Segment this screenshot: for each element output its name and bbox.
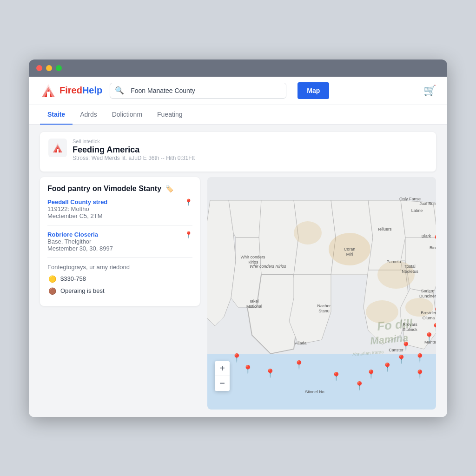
svg-text:Coran: Coran	[344, 247, 356, 251]
svg-text:Telluers: Telluers	[377, 227, 392, 231]
cart-icon[interactable]: 🛒	[423, 85, 436, 97]
svg-text:Latine: Latine	[411, 208, 423, 213]
svg-text:📍: 📍	[424, 332, 435, 342]
tab-adrds[interactable]: Adrds	[73, 105, 105, 125]
svg-text:📍: 📍	[382, 362, 393, 372]
logo[interactable]: FiredHelp	[40, 82, 102, 99]
org-info: Sell interlick Feeding America Stross: W…	[73, 139, 195, 161]
search-input[interactable]	[129, 83, 286, 98]
left-panel: Food pantry on Vimodele Stanty 🏷️ 📍 Peed…	[40, 177, 207, 410]
svg-text:📍: 📍	[435, 290, 436, 300]
browser-window: FiredHelp 🔍 Map 🛒 Staite Adrds Doliction…	[29, 60, 447, 417]
org-name: Feeding America	[73, 145, 195, 155]
svg-text:Jual Bults: Jual Bults	[419, 201, 436, 206]
address-block-1: 📍 Peedall County stred 119122: Moltho Me…	[47, 198, 192, 225]
main-content: Sell interlick Feeding America Stross: W…	[29, 125, 447, 417]
org-header: Sell interlick Feeding America Stross: W…	[48, 139, 428, 161]
svg-text:Stanu: Stanu	[318, 309, 330, 313]
zoom-controls: + −	[215, 361, 230, 391]
svg-text:Nooletus: Nooletus	[402, 269, 418, 274]
svg-text:📍: 📍	[366, 369, 377, 379]
search-icon: 🔍	[110, 86, 129, 95]
info-title: Fontegtograys, ur amy riedond	[47, 264, 192, 271]
svg-text:📍: 📍	[231, 353, 242, 363]
svg-marker-12	[259, 200, 298, 275]
svg-marker-13	[231, 238, 261, 307]
svg-text:📍: 📍	[294, 360, 304, 370]
svg-text:📍: 📍	[265, 368, 276, 378]
map-panel: Whir conders Ririos Whir conders Ririos …	[207, 177, 436, 410]
zoom-in-button[interactable]: +	[215, 361, 230, 376]
nav-tabs: Staite Adrds Dolictionm Fueating	[29, 105, 447, 125]
svg-text:Motional: Motional	[246, 304, 262, 309]
price-text: $330-758	[60, 275, 86, 282]
svg-text:Whir conders Ririos: Whir conders Ririos	[250, 264, 286, 269]
svg-text:Stinnel No: Stinnel No	[305, 390, 324, 394]
svg-text:Miri: Miri	[346, 252, 353, 257]
svg-text:📍: 📍	[415, 353, 425, 363]
svg-text:Only Fanse: Only Fanse	[399, 197, 421, 201]
address-text-2a: Base, Thelgithor	[47, 238, 192, 245]
svg-text:Iakel: Iakel	[250, 299, 258, 304]
svg-text:Allada: Allada	[295, 341, 306, 345]
tab-dolictionm[interactable]: Dolictionm	[105, 105, 150, 125]
logo-icon	[40, 82, 57, 99]
price-icon: 🟡	[47, 274, 57, 284]
maximize-button[interactable]	[56, 65, 62, 71]
tab-fueating[interactable]: Fueating	[150, 105, 190, 125]
svg-marker-11	[229, 200, 264, 238]
svg-text:📍: 📍	[436, 262, 436, 272]
svg-text:📍: 📍	[436, 278, 436, 289]
panel-title-row: Food pantry on Vimodele Stanty 🏷️	[47, 185, 192, 193]
svg-text:Whir conders: Whir conders	[240, 255, 265, 259]
map-button[interactable]: Map	[298, 82, 329, 99]
svg-text:📍: 📍	[433, 248, 436, 258]
tab-staite[interactable]: Staite	[40, 105, 73, 125]
panel-badge: 🏷️	[165, 185, 173, 192]
svg-rect-7	[57, 149, 59, 152]
svg-text:Sorlem: Sorlem	[421, 289, 435, 293]
org-card: Sell interlick Feeding America Stross: W…	[40, 132, 436, 172]
address-link-2[interactable]: Robriore Closeria	[47, 231, 192, 238]
org-label: Sell interlick	[73, 139, 195, 144]
zoom-out-button[interactable]: −	[215, 376, 230, 391]
hours-text: Operaing is best	[60, 287, 105, 294]
svg-text:Ririos: Ririos	[247, 260, 258, 264]
svg-text:Nacher: Nacher	[317, 304, 331, 308]
map-svg: Whir conders Ririos Whir conders Ririos …	[207, 177, 436, 410]
svg-text:📍: 📍	[432, 306, 436, 317]
search-bar: 🔍	[110, 83, 286, 99]
more-info: Fontegtograys, ur amy riedond 🟡 $330-758…	[47, 264, 192, 296]
browser-content: FiredHelp 🔍 Map 🛒 Staite Adrds Doliction…	[29, 77, 447, 417]
svg-text:Oluma: Oluma	[423, 316, 435, 320]
map-container[interactable]: Whir conders Ririos Whir conders Ririos …	[207, 177, 436, 410]
svg-text:Blark: Blark	[422, 234, 431, 238]
address-text-1b: Mectember C5, 2TM	[47, 212, 192, 219]
panel-title: Food pantry on Vimodele Stanty	[47, 185, 161, 192]
svg-text:📍: 📍	[401, 341, 411, 351]
close-button[interactable]	[36, 65, 42, 71]
svg-rect-3	[47, 92, 50, 97]
org-logo	[48, 139, 67, 157]
hours-icon: 🟤	[47, 286, 57, 296]
org-meta: Stross: Wed Merds lit. aJuD E 36th -- Hi…	[73, 155, 195, 161]
address-link-1[interactable]: Peedall County stred	[47, 198, 192, 205]
two-col-layout: Food pantry on Vimodele Stanty 🏷️ 📍 Peed…	[40, 177, 436, 410]
svg-text:📍: 📍	[415, 369, 425, 379]
svg-text:📍: 📍	[243, 364, 253, 375]
minimize-button[interactable]	[46, 65, 52, 71]
pin-icon-2: 📍	[185, 231, 192, 238]
svg-point-25	[294, 221, 322, 245]
svg-text:📍: 📍	[431, 323, 436, 333]
svg-text:📍: 📍	[331, 371, 342, 382]
svg-text:Dunciner: Dunciner	[419, 294, 436, 298]
svg-text:📍: 📍	[354, 381, 365, 391]
logo-text: FiredHelp	[60, 85, 102, 96]
address-text-2b: Mestember 30, 30, 8997	[47, 245, 192, 252]
address-block-2: 📍 Robriore Closeria Base, Thelgithor Mes…	[47, 231, 192, 258]
header: FiredHelp 🔍 Map 🛒	[29, 77, 447, 105]
left-panel-card: Food pantry on Vimodele Stanty 🏷️ 📍 Peed…	[40, 177, 200, 306]
info-row-price: 🟡 $330-758	[47, 274, 192, 284]
info-row-hours: 🟤 Operaing is best	[47, 286, 192, 296]
svg-text:📍: 📍	[396, 354, 407, 364]
